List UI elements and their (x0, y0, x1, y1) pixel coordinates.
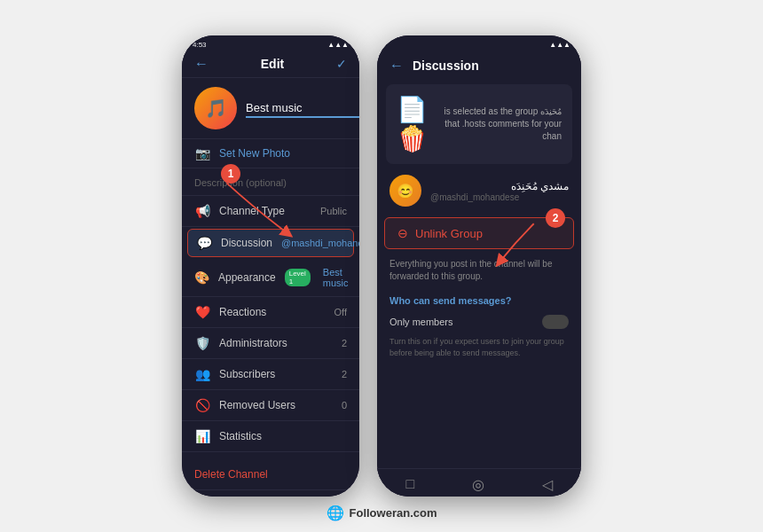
discussion-item[interactable]: 💬 Discussion @mashdi_mohandese (187, 229, 354, 257)
right-nav-square[interactable]: □ (405, 476, 414, 493)
appearance-label: Appearance (218, 271, 276, 284)
linked-user-info: مشدي مُحَنِدَه @mashdi_mohandese (430, 180, 569, 202)
left-phone-screen: 4:53 ▲▲▲ ← Edit ✓ 🎵 (182, 35, 359, 497)
administrators-count: 2 (342, 338, 347, 348)
only-members-toggle-row: Only members (377, 309, 581, 334)
description-field[interactable]: Description (optional) (182, 168, 359, 196)
statistics-icon: 📊 (194, 429, 210, 443)
administrators-icon: 🛡️ (194, 336, 210, 350)
discussion-label: Discussion (221, 237, 272, 249)
appearance-value: Best music (323, 267, 349, 288)
send-messages-section: Who can send messages? (377, 288, 581, 309)
phones-wrapper: 4:53 ▲▲▲ ← Edit ✓ 🎵 (182, 35, 581, 497)
only-members-toggle[interactable] (542, 315, 569, 329)
linked-user-name: مشدي مُحَنِدَه (430, 180, 569, 192)
unlink-group-item[interactable]: ⊖ Unlink Group (384, 217, 574, 249)
left-status-bar: 4:53 ▲▲▲ (182, 35, 359, 51)
left-header: ← Edit ✓ (182, 51, 359, 78)
linked-user-avatar: 😊 (389, 175, 421, 207)
discussion-header-title: Discussion (413, 59, 569, 73)
right-bottom-nav: □ ◎ ◁ (377, 468, 581, 497)
removed-users-icon: 🚫 (194, 398, 210, 412)
callout-badge-1: 1 (221, 164, 240, 184)
left-status-icons: ▲▲▲ (327, 41, 349, 49)
discussion-icon: 💬 (197, 236, 212, 250)
reactions-label: Reactions (219, 306, 326, 318)
administrators-item[interactable]: 🛡️ Administrators 2 (182, 328, 359, 359)
level-badge: Level 1 (285, 269, 311, 286)
right-phone-screen: ▲▲▲ ← Discussion 📄🍿 مُحَنِدَه is selecte… (377, 35, 581, 497)
toggle-note: Turn this on if you expect users to join… (377, 334, 581, 365)
left-header-title: Edit (261, 57, 284, 71)
appearance-item[interactable]: 🎨 Appearance Level 1 Best music (182, 259, 359, 297)
reactions-item[interactable]: ❤️ Reactions Off (182, 297, 359, 328)
subscribers-label: Subscribers (219, 368, 333, 380)
description-placeholder: Description (optional) (194, 177, 287, 188)
channel-type-label: Channel Type (219, 205, 311, 217)
channel-avatar[interactable]: 🎵 (194, 87, 237, 129)
left-status-time: 4:53 (193, 41, 207, 49)
statistics-label: Statistics (219, 430, 347, 442)
unlink-group-label: Unlink Group (415, 227, 483, 240)
left-phone: 4:53 ▲▲▲ ← Edit ✓ 🎵 (182, 35, 359, 497)
channel-type-value: Public (320, 206, 347, 216)
subscribers-icon: 👥 (194, 367, 210, 381)
callout-badge-2: 2 (546, 208, 565, 228)
left-phone-wrapper: 4:53 ▲▲▲ ← Edit ✓ 🎵 (182, 35, 359, 497)
right-status-bar: ▲▲▲ (377, 35, 581, 51)
removed-users-label: Removed Users (219, 399, 333, 411)
right-status-icons: ▲▲▲ (549, 41, 570, 49)
left-bottom-nav: — ◎ ▲ (182, 489, 359, 497)
banner-text: مُحَنِدَه is selected as the group that … (435, 106, 562, 143)
unlink-icon: ⊖ (397, 226, 408, 240)
left-confirm-button[interactable]: ✓ (336, 57, 347, 71)
channel-type-icon: 📢 (194, 204, 210, 218)
channel-name-input[interactable] (246, 99, 359, 118)
channel-type-item[interactable]: 📢 Channel Type Public (182, 196, 359, 227)
toggle-label: Only members (389, 317, 535, 327)
set-photo-option[interactable]: 📷 Set New Photo (182, 139, 359, 168)
delete-channel-button[interactable]: Delete Channel (182, 459, 359, 489)
right-phone: ▲▲▲ ← Discussion 📄🍿 مُحَنِدَه is selecte… (377, 35, 581, 497)
reactions-value: Off (334, 307, 347, 317)
forward-note: Everything you post in the channel will … (377, 253, 581, 288)
administrators-label: Administrators (219, 337, 333, 349)
set-photo-label: Set New Photo (219, 147, 290, 160)
subscribers-item[interactable]: 👥 Subscribers 2 (182, 359, 359, 390)
appearance-icon: 🎨 (194, 270, 209, 285)
avatar-section: 🎵 😊 (182, 78, 359, 139)
right-back-button[interactable]: ← (389, 58, 404, 74)
removed-users-item[interactable]: 🚫 Removed Users 0 (182, 390, 359, 421)
removed-users-count: 0 (342, 400, 347, 411)
linked-user-item[interactable]: 😊 مشدي مُحَنِدَه @mashdi_mohandese (377, 168, 581, 214)
statistics-item[interactable]: 📊 Statistics (182, 421, 359, 452)
camera-icon: 📷 (194, 146, 210, 160)
right-phone-wrapper: ▲▲▲ ← Discussion 📄🍿 مُحَنِدَه is selecte… (377, 35, 581, 497)
right-nav-back[interactable]: ◁ (542, 476, 553, 493)
subscribers-count: 2 (342, 369, 347, 379)
footer: 🌐 Followeran.com (326, 505, 437, 521)
left-back-button[interactable]: ← (194, 56, 208, 72)
left-status-right-icons: ▲▲▲ (327, 41, 349, 49)
right-status-icons-text: ▲▲▲ (549, 41, 570, 49)
footer-label: Followeran.com (350, 506, 437, 520)
screenshot-container: 4:53 ▲▲▲ ← Edit ✓ 🎵 (0, 0, 763, 532)
reactions-icon: ❤️ (194, 305, 210, 319)
linked-user-handle: @mashdi_mohandese (430, 192, 569, 202)
globe-icon: 🌐 (326, 505, 344, 521)
discussion-value: @mashdi_mohandese (281, 238, 359, 248)
discussion-banner: 📄🍿 مُحَنِدَه is selected as the group th… (386, 84, 572, 164)
right-nav-circle[interactable]: ◎ (472, 476, 484, 493)
banner-icon: 📄🍿 (397, 95, 428, 153)
discussion-header: ← Discussion (377, 51, 581, 81)
